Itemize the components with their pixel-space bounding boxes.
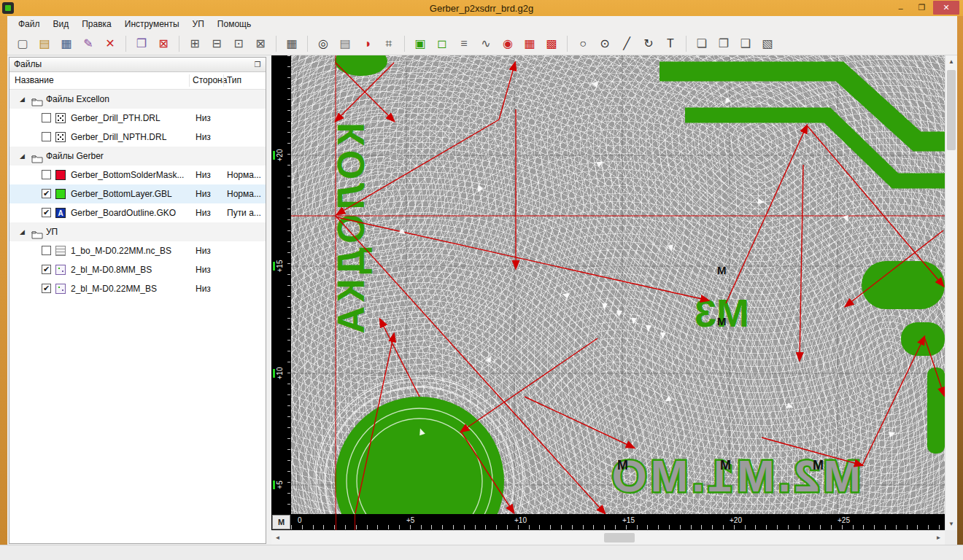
- zoom-selection-button[interactable]: ⊡: [229, 34, 248, 53]
- horizontal-scroll-thumb[interactable]: [604, 533, 635, 542]
- visibility-checkbox[interactable]: [42, 132, 51, 141]
- file-side: Низ: [196, 109, 211, 128]
- tile-view-button[interactable]: ▦: [282, 34, 301, 53]
- file-name: 2_bl_M-D0.8MM_BS: [71, 260, 187, 279]
- outline-layer-icon: A: [55, 208, 66, 218]
- visibility-checkbox[interactable]: ✔: [42, 284, 51, 293]
- paste-object-button[interactable]: ❐: [714, 34, 733, 53]
- file-type: Норма...: [227, 166, 261, 184]
- units-button[interactable]: M: [272, 515, 290, 529]
- copy-object-button[interactable]: ❏: [692, 34, 711, 53]
- tree-group-row[interactable]: ◢УП: [9, 222, 266, 241]
- visibility-checkbox[interactable]: ✔: [42, 189, 51, 198]
- menu-item-4[interactable]: УП: [186, 16, 211, 32]
- horizontal-ruler: M 0+5+10+15+20+25: [271, 514, 945, 530]
- files-panel-header[interactable]: Файлы ❐: [9, 58, 266, 72]
- copper-corner-traces: [660, 71, 945, 181]
- merge-files-button[interactable]: ❐: [132, 34, 151, 53]
- tree-file-row[interactable]: ✔AGerber_BoardOutline.GKOНизПути а...: [9, 203, 266, 222]
- new-file-button[interactable]: ▢: [13, 34, 32, 53]
- open-file-button[interactable]: ▤: [35, 34, 54, 53]
- pcb-canvas[interactable]: КОЛОДКА M3 M2.M1.MO M M M M M: [291, 55, 945, 514]
- close-file-button[interactable]: ✕: [101, 34, 120, 53]
- edit-file-button[interactable]: ✎: [79, 34, 98, 53]
- hatch-tool-button[interactable]: ▦: [520, 34, 539, 53]
- ratline-on-ruler: [336, 514, 336, 530]
- tree-file-row[interactable]: ✔Gerber_BottomLayer.GBLНизНорма...: [9, 184, 266, 203]
- expander-icon[interactable]: ◢: [20, 222, 25, 241]
- tree-file-row[interactable]: Gerber_BottomSolderMask...НизНорма...: [9, 166, 266, 184]
- aperture-view-button[interactable]: ◎: [314, 34, 333, 53]
- select-object-button[interactable]: ▧: [758, 34, 777, 53]
- menu-item-5[interactable]: Помощь: [211, 16, 258, 32]
- close-project-button[interactable]: ⊠: [154, 34, 173, 53]
- column-header-name[interactable]: Название: [15, 75, 54, 85]
- expander-icon[interactable]: ◢: [20, 147, 25, 166]
- menu-item-1[interactable]: Вид: [47, 16, 76, 32]
- polyline-tool-button[interactable]: ∿: [476, 34, 495, 53]
- v-ruler-label: +20: [276, 145, 285, 166]
- file-name: 2_bl_M-D0.22MM_BS: [71, 279, 187, 298]
- scroll-up-icon[interactable]: ▲: [945, 55, 957, 68]
- visibility-checkbox[interactable]: [42, 113, 51, 122]
- float-panel-icon[interactable]: ❐: [252, 59, 263, 69]
- visibility-checkbox[interactable]: [42, 246, 51, 255]
- outline-tool-button[interactable]: ◻: [433, 34, 452, 53]
- visibility-checkbox[interactable]: ✔: [42, 208, 51, 217]
- ruler-mark: [273, 481, 275, 489]
- tree-file-row[interactable]: ✔2_bl_M-D0.22MM_BSНиз: [9, 279, 266, 298]
- close-button[interactable]: ✕: [933, 1, 959, 15]
- file-type: Норма...: [227, 184, 261, 203]
- scroll-down-icon[interactable]: ▼: [945, 518, 957, 530]
- array-tool-button[interactable]: ▩: [542, 34, 561, 53]
- toolbar-separator: [686, 36, 687, 52]
- tree-file-row[interactable]: ✔2_bl_M-D0.8MM_BSНиз: [9, 260, 266, 279]
- column-header-type[interactable]: Тип: [227, 75, 241, 85]
- files-panel-title: Файлы: [14, 59, 42, 69]
- maximize-button[interactable]: ❐: [912, 1, 932, 15]
- title-bar[interactable]: Gerber_p2xsdrr_brd.g2g – ❐ ✕: [0, 0, 963, 16]
- file-side: Низ: [196, 128, 211, 147]
- draw-pad-button[interactable]: ⊙: [595, 34, 614, 53]
- tree-file-row[interactable]: Gerber_Drill_PTH.DRLНиз: [9, 109, 266, 128]
- tree-file-row[interactable]: Gerber_Drill_NPTH.DRLНиз: [9, 128, 266, 147]
- tree-group-row[interactable]: ◢Файлы Gerber: [9, 147, 266, 166]
- zoom-window-button[interactable]: ⊞: [185, 34, 204, 53]
- vertical-scrollbar[interactable]: ▲ ▼: [945, 55, 957, 530]
- minimize-button[interactable]: –: [891, 1, 910, 15]
- menu-item-0[interactable]: Файл: [12, 16, 47, 32]
- target-tool-button[interactable]: ◉: [498, 34, 517, 53]
- horizontal-scrollbar[interactable]: ◄ ►: [271, 530, 945, 545]
- draw-line-button[interactable]: ╱: [617, 34, 636, 53]
- scroll-left-icon[interactable]: ◄: [271, 531, 284, 544]
- layers-list-button[interactable]: ≡: [455, 34, 473, 53]
- draw-circle-button[interactable]: ○: [573, 34, 592, 53]
- duplicate-object-button[interactable]: ❑: [736, 34, 755, 53]
- visibility-checkbox[interactable]: [42, 170, 51, 179]
- h-ruler-label: 0: [298, 516, 302, 524]
- fill-mode-button[interactable]: ◑: [357, 34, 376, 53]
- file-side: Низ: [196, 279, 211, 298]
- h-ruler-label: +15: [622, 516, 635, 524]
- visibility-checkbox[interactable]: ✔: [42, 265, 51, 274]
- drill-map-button[interactable]: ⌗: [379, 34, 398, 53]
- zoom-fit-button[interactable]: ⊟: [207, 34, 226, 53]
- draw-arc-button[interactable]: ↻: [639, 34, 658, 53]
- draw-text-button[interactable]: T: [661, 34, 680, 53]
- expander-icon[interactable]: ◢: [20, 90, 25, 109]
- zoom-all-button[interactable]: ⊠: [251, 34, 270, 53]
- desktop-strip-left: [0, 16, 7, 545]
- tree-group-row[interactable]: ◢Файлы Excellon: [9, 90, 266, 109]
- vertical-scroll-thumb[interactable]: [947, 70, 956, 150]
- column-header-side[interactable]: Сторона: [193, 75, 227, 85]
- save-file-button[interactable]: ▦: [57, 34, 76, 53]
- properties-panel-button[interactable]: ▤: [336, 34, 355, 53]
- copper-shapes: КОЛОДКА M3 M2.M1.MO: [316, 55, 945, 514]
- scroll-right-icon[interactable]: ►: [932, 531, 945, 544]
- menu-item-2[interactable]: Правка: [75, 16, 118, 32]
- group-label: Файлы Excellon: [46, 90, 221, 109]
- tree-file-row[interactable]: 1_bo_M-D0.22MM.nc_BSНиз: [9, 241, 266, 260]
- frame-tool-button[interactable]: ▣: [411, 34, 430, 53]
- menu-item-3[interactable]: Инструменты: [118, 16, 186, 32]
- v-ruler-label: +15: [276, 256, 285, 276]
